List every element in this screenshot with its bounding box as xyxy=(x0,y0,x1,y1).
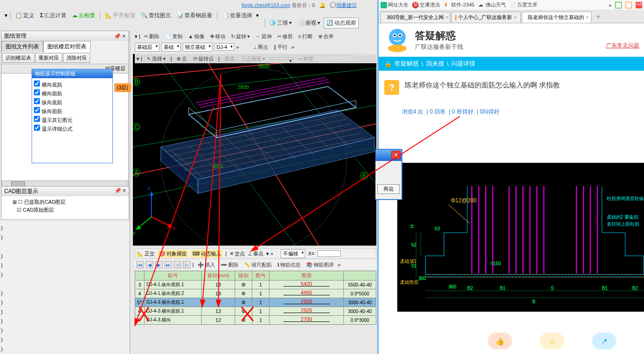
expand-icon[interactable]: » xyxy=(291,44,294,50)
chk-item-4[interactable]: 显示其它图元 xyxy=(34,115,111,124)
dd-noshift[interactable]: 不偏移 xyxy=(281,249,305,258)
define-button[interactable]: 📋定义 xyxy=(13,11,36,20)
chk-dyninput[interactable]: ⌨动态输入 xyxy=(191,250,223,258)
cad-drawing-view[interactable]: h1 h2 H h3 >150 960 B2 B1 S B1 B2 B 300 … xyxy=(397,163,644,312)
bc-home[interactable]: 答疑解惑 xyxy=(394,60,419,68)
dd-type[interactable]: 独立基础 xyxy=(183,43,212,52)
nav-prev2[interactable]: ◁ xyxy=(174,261,181,268)
bt-software[interactable]: ⬇软件-2345 xyxy=(444,1,474,8)
btn-parallel[interactable]: ∥平行 xyxy=(272,43,289,52)
share-button[interactable]: ↗ xyxy=(592,333,616,349)
browser-tab-active[interactable]: 陈老师你这个独立基础的× xyxy=(522,12,591,23)
chk-item-2[interactable]: 纵向底筋 xyxy=(34,98,111,107)
btn-twopoint[interactable]: ⟂两点 xyxy=(252,43,270,52)
chk-perp[interactable]: ⊥垂点 xyxy=(248,250,263,257)
bell-icon[interactable]: 🔔 xyxy=(319,2,326,8)
more-icon[interactable]: ▾ » xyxy=(266,251,273,257)
3d-viewport[interactable]: C B A 8 5800 2800 4800 z x y xyxy=(133,54,376,246)
dd-empty[interactable] xyxy=(270,58,293,60)
btn-copy[interactable]: 📄复制 xyxy=(163,32,184,41)
x-input[interactable] xyxy=(317,250,341,257)
suggest-link[interactable]: 我要建议 xyxy=(336,2,357,8)
like-button[interactable]: 👍 xyxy=(488,333,512,349)
dd-component[interactable]: DJ-4 xyxy=(214,43,234,51)
expand-icon[interactable]: » xyxy=(236,44,239,50)
chk-objsnap[interactable]: 🎯对象捕捉 xyxy=(158,250,188,258)
pin-icon[interactable]: 📌 xyxy=(114,187,121,194)
nav-first[interactable]: ⏮ xyxy=(137,261,144,268)
btn-delete[interactable]: ✂删除 xyxy=(142,32,161,41)
close-icon[interactable]: × xyxy=(123,187,126,194)
flatten-button[interactable]: 📐平齐板顶 xyxy=(103,11,137,20)
tree-item-extracted[interactable]: ⊞ ☐ 已提取的CAD图层 xyxy=(3,198,127,206)
chk-ortho[interactable]: 📐正交 xyxy=(137,250,155,257)
btn-mirror[interactable]: ▲镜像 xyxy=(186,32,206,41)
3d-button[interactable]: 🧊三维 ▾ xyxy=(267,18,294,28)
star-button[interactable]: ☆ xyxy=(540,333,564,349)
close-icon[interactable]: × xyxy=(514,15,517,20)
dynview-button[interactable]: 🔄动态观察 xyxy=(324,18,359,28)
pin-icon[interactable]: 📌 xyxy=(114,33,121,40)
btn-delete-row[interactable]: ➖删除 xyxy=(219,260,240,269)
tab-floormap[interactable]: 图纸楼层对照表 xyxy=(43,41,91,52)
new-tab-button[interactable]: + xyxy=(592,11,604,23)
browser-tab[interactable]: 个人中心_广联达服务新× xyxy=(451,12,521,23)
viewrebar-button[interactable]: 📊查看钢筋量 xyxy=(175,11,214,20)
dd-category[interactable]: 基础 xyxy=(161,43,181,52)
dropdown-icon[interactable]: ▾ xyxy=(256,12,259,19)
browser-tab[interactable]: 360导航_新一代安全上网× xyxy=(381,12,450,23)
dropdown-icon[interactable]: ▾ | xyxy=(137,56,142,62)
batchsel-button[interactable]: 📑批量选择 xyxy=(220,11,254,20)
dropdown-icon[interactable]: ▾ xyxy=(5,12,7,19)
btn-insert[interactable]: ➕插入 xyxy=(196,260,217,269)
btn-scale[interactable]: 📏缩尺配筋 xyxy=(242,260,274,269)
sq-icon[interactable]: Ad xyxy=(636,2,642,8)
btn-rotate[interactable]: ↻旋转 ▾ xyxy=(229,32,252,41)
chk-item-3[interactable]: 纵向面筋 xyxy=(34,107,111,115)
chk-item-5[interactable]: 显示详细公式 xyxy=(34,124,111,133)
topview-button[interactable]: ⬜俯视 ▾ xyxy=(296,18,322,28)
btn-break[interactable]: ⎋打断 xyxy=(296,32,315,41)
btn-lib[interactable]: 📚钢筋图库 xyxy=(304,260,336,269)
dialog-close-button[interactable]: ✕ xyxy=(391,151,401,159)
btn-merge[interactable]: ⊕合并 xyxy=(316,32,335,41)
tree-item-original[interactable]: ☑ CAD原始图层 xyxy=(3,206,127,214)
dd-floor[interactable]: 基础层 xyxy=(135,43,159,52)
bt-weather[interactable]: ☁佛山天气 xyxy=(478,1,506,8)
btn-select[interactable]: ↖选择 ▾ xyxy=(145,54,168,63)
cloudcheck-button[interactable]: ☁云检查 xyxy=(70,11,97,20)
bt-traffic[interactable]: 禁交通违法 xyxy=(412,1,440,8)
more-icon[interactable]: » xyxy=(609,2,611,8)
btn-extend[interactable]: →延伸 xyxy=(254,32,274,41)
nav-prev[interactable]: ◀ xyxy=(146,261,153,268)
close-icon[interactable]: × xyxy=(586,15,589,20)
sq-icon[interactable] xyxy=(625,2,632,8)
btn-rotpoint[interactable]: ⟳旋转点 xyxy=(191,54,216,63)
btn-info[interactable]: ℹ钢筋信息 xyxy=(276,260,302,269)
faq-link[interactable]: 广东常见问题 xyxy=(606,42,639,50)
dialog-later-button[interactable]: 再说 xyxy=(377,184,400,194)
sumcalc-button[interactable]: Σ 汇总计算 xyxy=(38,11,68,20)
nav-next2[interactable]: ▷ xyxy=(183,261,191,268)
nav-next[interactable]: ▶ xyxy=(155,261,163,268)
chk-item-1[interactable]: 横向面筋 xyxy=(34,89,111,98)
close-icon[interactable]: × xyxy=(122,33,125,40)
btn-arc3[interactable]: 三点画弧 ▾ xyxy=(239,54,267,63)
close-icon[interactable]: × xyxy=(446,15,448,20)
btn-remap[interactable]: 重新对应 xyxy=(35,53,62,63)
btn-point[interactable]: ⊗点 xyxy=(175,54,189,63)
sq-icon[interactable] xyxy=(615,2,622,8)
chk-intersect[interactable]: ✕交点 xyxy=(230,250,245,257)
findgraph-button[interactable]: 🔍查找图元 xyxy=(139,11,173,20)
tab-filelist[interactable]: 图纸文件列表 xyxy=(1,41,43,52)
user-email[interactable]: forpk.chen@163.com xyxy=(242,2,290,8)
btn-rect[interactable]: ▭矩形 xyxy=(296,54,315,63)
rebar-table[interactable]: 筋号 直径(mm) 级别 图号 图形 3DJ-4-1.纵向底筋.1 18Φ1 5… xyxy=(135,271,376,325)
expand-icon[interactable]: » xyxy=(338,262,341,267)
btn-line[interactable]: 直线 xyxy=(223,54,237,63)
btn-move[interactable]: ✥移动 xyxy=(208,32,227,41)
bt-wenku[interactable]: 📄百度文库 xyxy=(510,1,538,8)
bt-sites[interactable]: 🌐网址大全 xyxy=(381,1,408,8)
btn-clearmap[interactable]: 清除对应 xyxy=(63,53,90,63)
nav-last[interactable]: ⏭ xyxy=(164,261,172,268)
